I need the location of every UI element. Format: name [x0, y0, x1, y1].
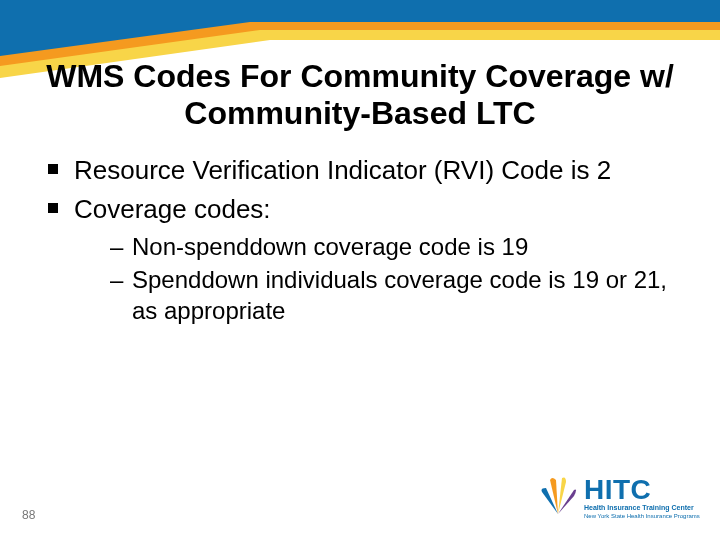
slide-body: Resource Verification Indicator (RVI) Co… — [46, 154, 690, 333]
bullet-item: Coverage codes: Non-spenddown coverage c… — [46, 193, 690, 327]
logo-subtitle-2: New York State Health Insurance Programs — [584, 513, 700, 519]
page-number: 88 — [22, 508, 35, 522]
slide-title: WMS Codes For Community Coverage w/ Comm… — [20, 58, 700, 132]
main-bullet-list: Resource Verification Indicator (RVI) Co… — [46, 154, 690, 327]
sub-bullet-list: Non-spenddown coverage code is 19 Spendd… — [74, 231, 690, 327]
sub-bullet-item: Non-spenddown coverage code is 19 — [110, 231, 690, 262]
logo-mark-icon — [536, 474, 580, 518]
top-banner — [0, 0, 720, 56]
sub-bullet-item: Spenddown individuals coverage code is 1… — [110, 264, 690, 326]
logo-acronym: HITC — [584, 474, 651, 506]
bullet-text: Coverage codes: — [74, 194, 271, 224]
hitc-logo: HITC Health Insurance Training Center Ne… — [536, 470, 696, 526]
bullet-item: Resource Verification Indicator (RVI) Co… — [46, 154, 690, 187]
logo-subtitle-1: Health Insurance Training Center — [584, 504, 694, 511]
